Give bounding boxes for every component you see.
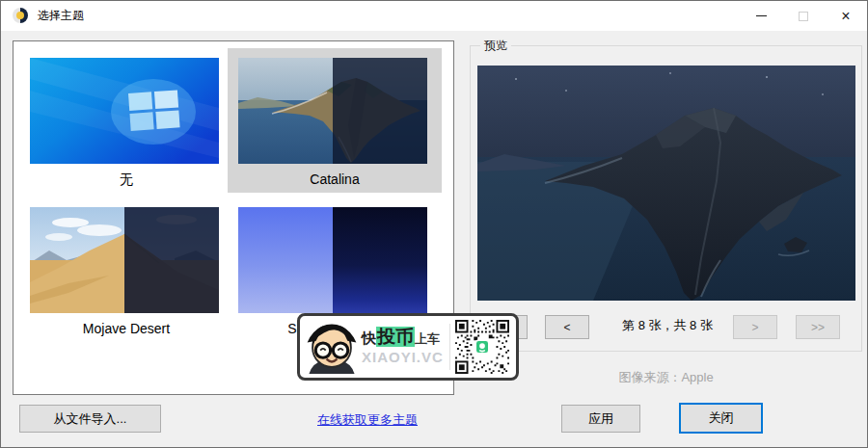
minimize-button[interactable] [740,1,782,31]
watermark-avatar [304,319,360,375]
theme-thumbnail-solar [238,207,427,313]
watermark-overlay: 快投币上车 XIAOYI.VC [297,313,519,381]
nav-last-button: >> [796,315,840,339]
app-theme-icon [13,8,28,23]
watermark-suffix: 上车 [415,331,440,346]
preview-groupbox: 预览 [470,45,862,352]
close-icon: × [841,9,850,24]
theme-tile-mojave[interactable]: Mojave Desert [19,198,233,342]
watermark-prefix: 快 [362,329,376,346]
theme-tile-catalina[interactable]: Catalina [228,48,442,193]
choose-theme-dialog: 选择主题 × [0,0,868,448]
close-button[interactable]: × [825,1,867,31]
watermark-highlight: 投币 [376,327,415,347]
watermark-text: 快投币上车 XIAOYI.VC [362,328,444,366]
minimize-icon [756,15,767,16]
page-counter: 第 8 张，共 8 张 [594,317,741,334]
theme-thumbnail-catalina [238,58,427,164]
image-source-label: 图像来源：Apple [470,369,862,386]
nav-next-button: > [733,315,777,339]
watermark-qr-code [455,320,509,374]
window-controls: × [740,1,867,31]
get-more-themes-link[interactable]: 在线获取更多主题 [271,411,464,429]
close-dialog-button[interactable]: 关闭 [679,403,763,434]
import-from-file-button[interactable]: 从文件导入... [19,405,161,433]
maximize-button [782,1,825,31]
theme-label-mojave: Mojave Desert [19,321,233,336]
apply-button[interactable]: 应用 [561,405,640,433]
window-title: 选择主题 [38,1,84,31]
theme-thumbnail-mojave [30,207,219,313]
maximize-icon [799,12,808,21]
nav-prev-button[interactable]: < [545,315,589,339]
theme-label-none: 无 [19,171,233,189]
theme-tile-none[interactable]: 无 [19,48,233,193]
preview-image [477,66,855,301]
preview-group-label: 预览 [480,38,511,54]
watermark-divider [449,324,450,370]
theme-thumbnail-none [30,58,219,164]
titlebar: 选择主题 × [1,1,867,31]
theme-label-catalina: Catalina [228,171,442,187]
watermark-site: XIAOYI.VC [362,349,444,366]
